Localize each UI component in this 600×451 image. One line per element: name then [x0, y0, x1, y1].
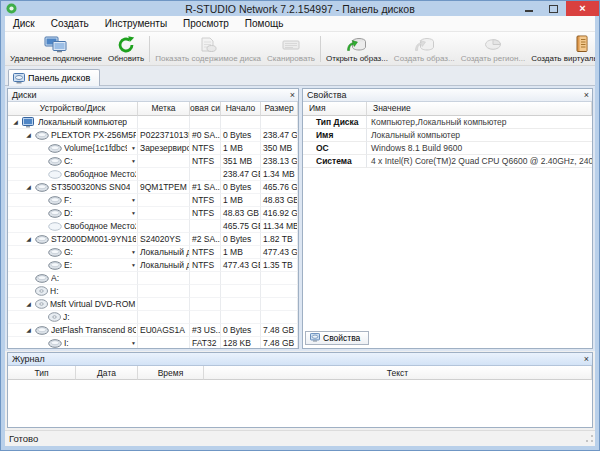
log-column-header[interactable]: Тип	[8, 366, 76, 380]
start-cell: 48.83 GB	[221, 207, 261, 220]
free-icon	[48, 222, 62, 231]
minimize-icon	[525, 10, 533, 12]
mount-dropdown-icon[interactable]: ▼	[129, 337, 136, 349]
expander-icon[interactable]: ◢	[24, 129, 33, 141]
disk-row[interactable]: ◢ST3500320NS SN049QM1TPEM#1 SA...0 Bytes…	[8, 181, 298, 194]
property-row[interactable]: Тип ДискаКомпьютер,Локальный компьютер	[303, 116, 592, 129]
disk-row[interactable]: I:▼FAT32128 KB7.48 GB	[8, 337, 298, 349]
menu-item-3[interactable]: Инструменты	[97, 18, 175, 29]
properties-table-body: Тип ДискаКомпьютер,Локальный компьютерИм…	[303, 116, 592, 168]
disk-row[interactable]: ◢PLEXTOR PX-256M5Pro ...P02237101359#0 S…	[8, 129, 298, 142]
disks-panel-close-icon[interactable]: ×	[290, 91, 295, 100]
properties-column-header[interactable]: Значение	[367, 102, 592, 116]
cd-icon	[48, 312, 61, 322]
property-value: 4 x Intel(R) Core(TM)2 Quad CPU Q6600 @ …	[367, 155, 592, 168]
disk-row[interactable]: H:	[8, 285, 298, 298]
expander-icon[interactable]: ◢	[24, 181, 33, 193]
disk-row[interactable]: E:▼Локальный д...NTFS477.43 GB1.35 TB	[8, 259, 298, 272]
property-name: Тип Диска	[303, 116, 367, 129]
mount-dropdown-icon[interactable]: ▼	[129, 207, 136, 219]
device-cell: ◢Локальный компьютер	[8, 116, 138, 129]
mount-dropdown-icon[interactable]: ▼	[129, 142, 136, 154]
property-value: Windows 8.1 Build 9600	[367, 142, 592, 155]
size-cell	[261, 285, 298, 298]
start-cell: 0 Bytes	[221, 324, 261, 337]
property-value: Локальный компьютер	[367, 129, 592, 142]
remote-connection-icon	[44, 35, 68, 53]
log-column-header[interactable]: Текст	[204, 366, 592, 380]
log-column-header[interactable]: Время	[138, 366, 204, 380]
hdd-icon	[48, 196, 62, 205]
expander-icon[interactable]: ◢	[24, 298, 33, 310]
label-cell: Локальный д...	[138, 246, 190, 259]
mount-dropdown-icon[interactable]: ▼	[129, 246, 136, 258]
menu-item-2[interactable]: Создать	[43, 18, 97, 29]
properties-panel-close-icon[interactable]: ×	[584, 91, 589, 100]
filesystem-cell	[190, 168, 221, 181]
log-panel-close-icon[interactable]: ×	[584, 355, 589, 364]
filesystem-cell	[190, 298, 221, 311]
hdd-icon	[35, 131, 49, 140]
disk-row[interactable]: Свободное Место22238.47 GB1.34 MB	[8, 168, 298, 181]
disk-row[interactable]: G:▼Локальный д...NTFS1 MB477.43 GB	[8, 246, 298, 259]
property-row[interactable]: ИмяЛокальный компьютер	[303, 129, 592, 142]
hdd-icon	[48, 157, 62, 166]
size-cell: 48.83 GB	[261, 194, 298, 207]
disk-row[interactable]: J:	[8, 311, 298, 324]
open-image-button[interactable]: Открыть образ...	[323, 33, 391, 65]
disk-row[interactable]: C:▼NTFS351 MB238.13 GB	[8, 155, 298, 168]
size-cell: 350 MB	[261, 142, 298, 155]
disk-row[interactable]: Свободное Место25465.75 GB11.34 MB	[8, 220, 298, 233]
minimize-button[interactable]	[516, 1, 541, 16]
properties-panel: Свойства × ИмяЗначение Тип ДискаКомпьюте…	[302, 88, 593, 349]
refresh-button[interactable]: Обновить	[105, 33, 147, 65]
size-cell	[261, 311, 298, 324]
app-window: R-STUDIO Network 7.2.154997 - Панель дис…	[0, 0, 600, 451]
filesystem-cell	[190, 116, 221, 129]
disks-column-header[interactable]: Размер	[261, 102, 298, 116]
property-row[interactable]: Система4 x Intel(R) Core(TM)2 Quad CPU Q…	[303, 155, 592, 168]
disk-row[interactable]: D:▼NTFS48.83 GB416.92 GB	[8, 207, 298, 220]
filesystem-cell	[190, 311, 221, 324]
close-button[interactable]: ×	[566, 1, 599, 16]
maximize-button[interactable]	[541, 1, 566, 16]
disks-column-header[interactable]: Метка	[138, 102, 190, 116]
mount-dropdown-icon[interactable]: ▼	[129, 155, 136, 167]
free-icon	[48, 170, 62, 179]
disks-column-header[interactable]: Начало	[221, 102, 261, 116]
menu-item-5[interactable]: Помощь	[237, 18, 292, 29]
properties-column-header[interactable]: Имя	[303, 102, 367, 116]
disks-column-header[interactable]: овая си	[190, 102, 221, 116]
remote-connection-button[interactable]: Удаленное подключение	[7, 33, 105, 65]
menu-item-1[interactable]: Диск	[5, 18, 43, 29]
expander-icon[interactable]: ◢	[11, 116, 20, 128]
create-virtual-raid-button[interactable]: Создать виртуальный RAID	[528, 33, 595, 65]
label-cell: P02237101359	[138, 129, 190, 142]
app-icon	[6, 3, 17, 14]
expander-icon[interactable]: ◢	[24, 233, 33, 245]
disk-row[interactable]: ◢Локальный компьютер	[8, 116, 298, 129]
start-cell	[221, 285, 261, 298]
menu-item-4[interactable]: Просмотр	[175, 18, 237, 29]
resize-grip-icon[interactable]	[585, 434, 594, 445]
device-name: E:	[64, 259, 72, 271]
disks-column-header[interactable]: Устройство/Диск	[8, 102, 138, 116]
disk-row[interactable]: ◢ST2000DM001-9YN164 ...S24020YS#2 SA...0…	[8, 233, 298, 246]
disk-row[interactable]: Volume{1c1fdbc9-7...▼Зарезервиров...NTFS…	[8, 142, 298, 155]
disk-row[interactable]: F:▼NTFS1 MB48.83 GB	[8, 194, 298, 207]
size-cell: 416.92 GB	[261, 207, 298, 220]
device-cell: C:▼	[8, 155, 138, 168]
log-table-header: ТипДатаВремяТекст	[8, 366, 592, 380]
device-cell: J:	[8, 311, 138, 324]
disk-row[interactable]: A:	[8, 272, 298, 285]
tab-disk-panel[interactable]: Панель дисков	[8, 69, 100, 86]
expander-icon[interactable]: ◢	[24, 324, 33, 336]
property-row[interactable]: ОСWindows 8.1 Build 9600	[303, 142, 592, 155]
disk-row[interactable]: ◢Msft Virtual DVD-ROM 1.0	[8, 298, 298, 311]
mount-dropdown-icon[interactable]: ▼	[129, 259, 136, 271]
properties-footer-tab[interactable]: Свойства	[305, 331, 369, 345]
log-column-header[interactable]: Дата	[76, 366, 138, 380]
filesystem-cell: #1 SA...	[190, 181, 221, 194]
mount-dropdown-icon[interactable]: ▼	[129, 194, 136, 206]
disk-row[interactable]: ◢JetFlash Transcend 8GB ...EU0AGS1A#3 US…	[8, 324, 298, 337]
